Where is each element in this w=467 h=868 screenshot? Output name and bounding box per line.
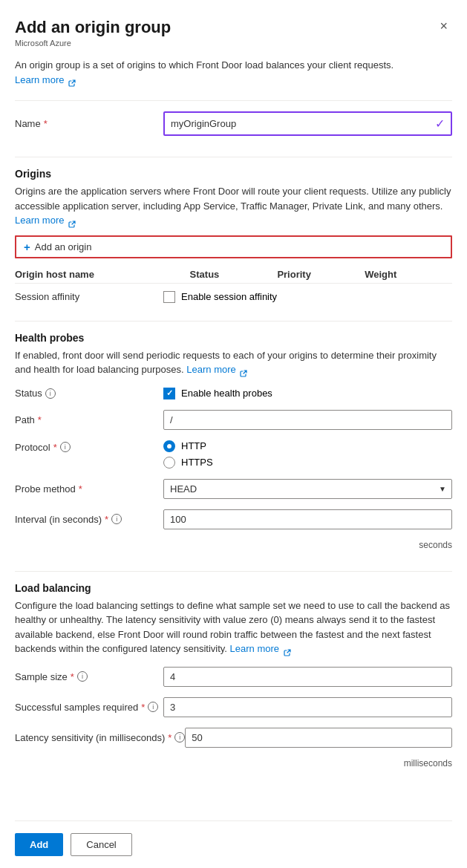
sample-size-input[interactable] — [163, 667, 452, 687]
probe-method-select[interactable]: HEAD GET — [163, 479, 452, 499]
https-label: HTTPS — [181, 457, 213, 468]
add-origin-button[interactable]: + Add an origin — [15, 235, 452, 258]
status-info-icon[interactable]: i — [45, 388, 56, 399]
close-button[interactable]: × — [435, 18, 452, 34]
load-balancing-title: Load balancing — [15, 582, 452, 594]
sample-size-required-star: * — [71, 671, 74, 682]
name-input-wrapper[interactable]: myOriginGroup ✓ — [163, 111, 452, 136]
interval-info-icon[interactable]: i — [111, 514, 122, 524]
latency-input[interactable] — [185, 728, 452, 748]
health-probes-title: Health probes — [15, 332, 452, 344]
col-priority: Priority — [277, 269, 365, 280]
name-input-value: myOriginGroup — [171, 118, 236, 129]
protocol-info-icon[interactable]: i — [60, 442, 71, 452]
sample-size-row: Sample size * i — [15, 667, 452, 687]
http-radio-button[interactable] — [163, 440, 175, 452]
path-required-star: * — [38, 414, 42, 425]
path-label: Path * — [15, 414, 163, 425]
session-affinity-checkbox[interactable] — [163, 291, 175, 303]
intro-text: An origin group is a set of origins to w… — [15, 58, 452, 87]
interval-required-star: * — [105, 514, 108, 525]
interval-unit: seconds — [15, 540, 452, 550]
protocol-radio-group: HTTP HTTPS — [163, 440, 213, 469]
panel-footer: Add Cancel — [15, 820, 452, 868]
successful-samples-input[interactable] — [163, 697, 452, 717]
load-balancing-desc: Configure the load balancing settings to… — [15, 598, 452, 656]
health-status-label: Status i — [15, 388, 163, 399]
session-affinity-checkbox-label: Enable session affinity — [181, 291, 277, 302]
origins-external-link-icon — [68, 218, 76, 225]
name-required-star: * — [44, 118, 48, 129]
panel-subtitle: Microsoft Azure — [15, 39, 452, 48]
plus-icon: + — [24, 241, 30, 253]
col-weight: Weight — [365, 269, 452, 280]
name-label: Name * — [15, 118, 163, 129]
name-field-row: Name * myOriginGroup ✓ — [15, 111, 452, 136]
add-origin-group-panel: Add an origin group × Microsoft Azure An… — [0, 0, 467, 868]
origins-table-header: Origin host name Status Priority Weight — [15, 266, 452, 284]
interval-label: Interval (in seconds) * i — [15, 514, 163, 525]
session-affinity-row: Session affinity Enable session affinity — [15, 291, 452, 303]
latency-required-star: * — [168, 732, 172, 743]
successful-samples-label: Successful samples required * i — [15, 702, 163, 713]
name-checkmark: ✓ — [435, 117, 445, 131]
protocol-label: Protocol * i — [15, 440, 163, 453]
path-input[interactable] — [163, 410, 452, 430]
add-origin-label: Add an origin — [35, 241, 92, 252]
cancel-button[interactable]: Cancel — [71, 833, 131, 856]
protocol-http-option[interactable]: HTTP — [163, 440, 213, 452]
latency-info-icon[interactable]: i — [174, 732, 185, 743]
health-status-row: Status i Enable health probes — [15, 388, 452, 399]
load-balancing-ext-icon — [284, 646, 291, 653]
health-probes-learn-more-link[interactable]: Learn more — [186, 364, 235, 375]
successful-required-star: * — [141, 702, 145, 713]
probe-method-row: Probe method * HEAD GET ▼ — [15, 479, 452, 499]
latency-label: Latency sensitivity (in milliseconds) * … — [15, 732, 185, 743]
http-label: HTTP — [181, 440, 206, 451]
add-button[interactable]: Add — [15, 833, 63, 856]
enable-health-probes-area: Enable health probes — [163, 388, 272, 399]
sample-size-info-icon[interactable]: i — [77, 671, 88, 682]
load-balancing-learn-more-link[interactable]: Learn more — [230, 643, 279, 654]
latency-row: Latency sensitivity (in milliseconds) * … — [15, 728, 452, 748]
origins-description: Origins are the application servers wher… — [15, 184, 452, 228]
enable-health-probes-checkbox[interactable] — [163, 388, 175, 399]
panel-header: Add an origin group × — [15, 18, 452, 37]
protocol-https-option[interactable]: HTTPS — [163, 457, 213, 469]
health-probes-ext-icon — [240, 367, 247, 374]
https-radio-button[interactable] — [163, 457, 175, 469]
enable-health-probes-label: Enable health probes — [181, 388, 272, 399]
protocol-row: Protocol * i HTTP HTTPS — [15, 440, 452, 469]
panel-title: Add an origin group — [15, 18, 171, 37]
interval-input[interactable] — [163, 509, 452, 529]
col-host: Origin host name — [15, 269, 190, 280]
probe-method-label: Probe method * — [15, 483, 163, 495]
intro-learn-more-link[interactable]: Learn more — [15, 74, 64, 85]
protocol-required-star: * — [53, 442, 57, 453]
origins-section-title: Origins — [15, 168, 452, 180]
successful-info-icon[interactable]: i — [148, 702, 158, 712]
col-status: Status — [190, 269, 278, 280]
origins-learn-more-link[interactable]: Learn more — [15, 215, 64, 226]
health-probes-desc: If enabled, front door will send periodi… — [15, 348, 452, 377]
probe-method-required-star: * — [79, 483, 82, 495]
interval-row: Interval (in seconds) * i — [15, 509, 452, 529]
path-row: Path * — [15, 410, 452, 430]
latency-unit: milliseconds — [15, 758, 452, 769]
successful-samples-row: Successful samples required * i — [15, 697, 452, 717]
sample-size-label: Sample size * i — [15, 671, 163, 682]
session-affinity-label: Session affinity — [15, 291, 163, 302]
probe-method-select-wrapper: HEAD GET ▼ — [163, 479, 452, 499]
session-affinity-check-area: Enable session affinity — [163, 291, 277, 303]
external-link-icon — [68, 76, 76, 84]
